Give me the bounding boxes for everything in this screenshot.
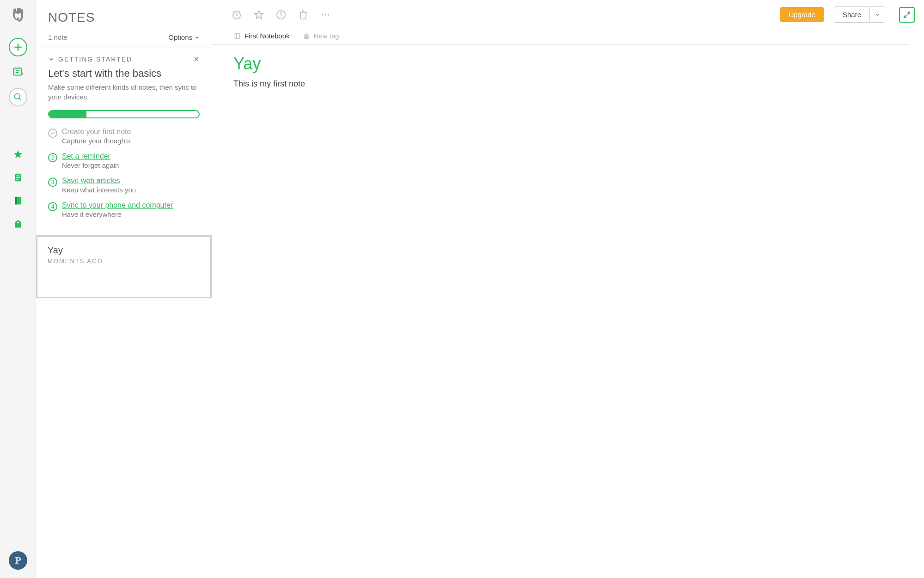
note-list-panel: NOTES 1 note Options GETTING STARTED Let… (36, 0, 212, 578)
left-rail: P (0, 0, 36, 578)
evernote-logo-icon (10, 6, 26, 23)
getting-started-header: GETTING STARTED (58, 55, 132, 63)
svg-line-22 (233, 11, 234, 12)
trash-icon[interactable] (297, 9, 309, 21)
svg-rect-12 (16, 177, 19, 178)
svg-point-28 (322, 14, 324, 16)
note-meta: First Notebook New tag... (212, 25, 910, 45)
new-tag-input[interactable]: New tag... (303, 32, 345, 40)
tags-icon[interactable] (9, 215, 27, 233)
expand-button[interactable] (899, 7, 915, 23)
getting-started-panel: GETTING STARTED Let's start with the bas… (36, 48, 212, 235)
notebooks-icon[interactable] (9, 191, 27, 210)
step-number-icon: 2 (48, 153, 57, 162)
svg-line-8 (19, 98, 21, 100)
svg-point-27 (281, 12, 281, 13)
note-card[interactable]: YayMOMENTS AGO (36, 235, 212, 298)
reminder-icon[interactable] (231, 9, 243, 21)
options-dropdown[interactable]: Options (168, 33, 200, 41)
svg-rect-11 (16, 175, 19, 176)
svg-point-16 (17, 221, 19, 223)
svg-rect-13 (16, 179, 18, 180)
task-subtitle: Never forget again (62, 161, 119, 169)
onboarding-task[interactable]: 3Save web articlesKeep what interests yo… (48, 177, 200, 194)
avatar-initial: P (15, 554, 21, 566)
note-count: 1 note (48, 33, 67, 41)
task-title: Create your first note (62, 128, 131, 136)
panel-title: NOTES (48, 10, 200, 25)
svg-marker-24 (255, 10, 263, 18)
new-chat-button[interactable] (9, 63, 27, 81)
svg-point-30 (328, 14, 330, 16)
progress-bar (48, 110, 200, 118)
onboarding-task: Create your first noteCapture your thoug… (48, 128, 200, 145)
step-number-icon: 4 (48, 202, 57, 211)
step-number-icon: 3 (48, 178, 57, 187)
note-toolbar: Upgrade Share (212, 0, 924, 25)
onboarding-task[interactable]: 4Sync to your phone and computerHave it … (48, 201, 200, 218)
getting-started-description: Make some different kinds of notes, then… (48, 82, 200, 102)
task-subtitle: Have it everywhere (62, 210, 173, 218)
svg-point-35 (306, 34, 307, 36)
notes-icon[interactable] (9, 168, 27, 187)
notebook-name: First Notebook (245, 32, 290, 40)
share-dropdown-button[interactable] (870, 6, 885, 23)
info-icon[interactable] (275, 9, 287, 21)
notebook-selector[interactable]: First Notebook (233, 32, 290, 40)
options-label: Options (168, 33, 192, 41)
task-subtitle: Keep what interests you (62, 186, 136, 194)
svg-point-7 (14, 94, 20, 99)
onboarding-task[interactable]: 2Set a reminderNever forget again (48, 152, 200, 169)
task-title[interactable]: Set a reminder (62, 152, 119, 160)
svg-line-23 (239, 11, 240, 12)
svg-marker-9 (13, 150, 22, 158)
tag-placeholder: New tag... (314, 32, 345, 40)
task-title[interactable]: Sync to your phone and computer (62, 201, 173, 209)
svg-rect-15 (15, 197, 17, 205)
check-icon (48, 129, 57, 138)
new-note-button[interactable] (9, 38, 27, 56)
search-button[interactable] (9, 88, 27, 106)
shortcut-star-icon[interactable] (253, 9, 265, 21)
svg-point-29 (324, 14, 326, 16)
svg-rect-2 (13, 68, 21, 75)
share-button[interactable]: Share (834, 6, 870, 23)
task-subtitle: Capture your thoughts (62, 137, 131, 145)
upgrade-button[interactable]: Upgrade (780, 7, 824, 22)
task-title[interactable]: Save web articles (62, 177, 136, 185)
note-card-time: MOMENTS AGO (48, 258, 200, 264)
getting-started-title: Let's start with the basics (48, 68, 200, 80)
note-card-title: Yay (48, 245, 200, 256)
close-icon[interactable] (193, 56, 200, 62)
more-icon[interactable] (319, 9, 331, 21)
account-avatar[interactable]: P (9, 551, 27, 570)
shortcuts-icon[interactable] (9, 145, 27, 164)
note-body-input[interactable]: This is my first note (233, 79, 903, 89)
chevron-down-icon[interactable] (48, 56, 55, 62)
svg-line-21 (237, 15, 238, 16)
note-title-input[interactable]: Yay (233, 54, 903, 74)
svg-rect-33 (235, 33, 239, 39)
editor-panel: Upgrade Share First Notebook New tag... … (212, 0, 924, 578)
